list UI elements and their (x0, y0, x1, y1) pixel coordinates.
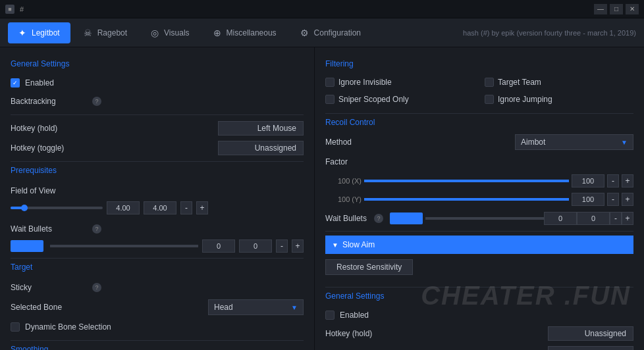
recoil-method-dropdown[interactable]: Aimbot ▼ (515, 134, 633, 150)
dynamic-bone-checkbox[interactable] (11, 322, 20, 332)
factor-y-value: 100 (572, 193, 604, 206)
sticky-row: Sticky ? (11, 278, 304, 297)
fov-plus-btn[interactable]: + (196, 201, 208, 214)
right-hotkey-toggle-row: Hotkey (toggle) Unassigned (325, 344, 633, 350)
recoil-factor-label-row: Factor (325, 153, 633, 170)
tab-ragebot[interactable]: ☠ Ragebot (73, 22, 138, 43)
factor-y-minus[interactable]: - (607, 193, 619, 206)
divider2 (11, 161, 304, 162)
wait-bullets-value: 0 (202, 239, 235, 253)
left-panel: General Settings ✓ Enabled Backtracking … (0, 47, 315, 350)
hotkey-toggle-label: Hotkey (toggle) (11, 143, 90, 153)
selected-bone-label: Selected Bone (11, 303, 90, 312)
factor-x-value: 100 (572, 174, 604, 188)
main-content: General Settings ✓ Enabled Backtracking … (0, 47, 644, 350)
right-wait-bullets-track (425, 217, 544, 220)
factor-y-row: 100 (Y) 100 - + (325, 191, 633, 207)
fov-slider-track-container (11, 207, 103, 209)
target-team-checkbox[interactable] (485, 78, 494, 87)
divider1 (11, 114, 304, 115)
right-hotkey-hold-value[interactable]: Unassigned (548, 326, 633, 341)
ignore-invisible-item: Ignore Invisible (325, 75, 474, 89)
slow-aim-header[interactable]: ▼ Slow Aim (325, 236, 633, 254)
dynamic-bone-row: Dynamic Bone Selection (11, 318, 304, 336)
tab-configuration[interactable]: ⚙ Configuration (290, 22, 371, 43)
wait-bullets-label-row: Wait Bullets ? (11, 220, 304, 238)
right-wait-bullets-help[interactable]: ? (374, 214, 383, 223)
factor-x-fill (364, 180, 569, 182)
wait-bullets-minus-btn[interactable]: - (276, 239, 288, 253)
ignore-jumping-item: Ignore Jumping (485, 92, 633, 107)
ignore-jumping-label: Ignore Jumping (498, 95, 552, 104)
filter-grid: Ignore Invisible Target Team Sniper Scop… (325, 75, 633, 107)
hotkey-hold-row: Hotkey (hold) Left Mouse (11, 119, 304, 138)
factor-x-row: 100 (X) 100 - + (325, 173, 633, 189)
wait-bullets-plus-btn[interactable]: + (292, 239, 304, 253)
right-wait-bullets-row: Wait Bullets ? 0 0 - + (325, 210, 633, 227)
factor-y-plus[interactable]: + (622, 193, 633, 206)
smoothing-title: Smoothing (11, 345, 304, 350)
ragebot-icon: ☠ (84, 28, 92, 38)
tab-legitbot[interactable]: ✦ Legitbot (8, 22, 70, 43)
restore-sensitivity-container: Restore Sensitivity (325, 259, 633, 282)
tab-miscellaneous[interactable]: ⊕ Miscellaneous (203, 22, 287, 43)
ignore-invisible-checkbox[interactable] (325, 78, 335, 87)
factor-x-label: 100 (X) (325, 177, 362, 185)
fov-value: 4.00 (107, 201, 140, 214)
target-title: Target (11, 262, 304, 272)
fov-slider-thumb[interactable] (21, 205, 28, 211)
title-bar-text: # (20, 5, 589, 13)
divider3 (11, 258, 304, 259)
sniper-scoped-checkbox[interactable] (325, 95, 335, 104)
right-panel: Filtering Ignore Invisible Target Team S… (315, 47, 644, 350)
backtracking-help-icon[interactable]: ? (92, 97, 101, 106)
hotkey-hold-value[interactable]: Left Mouse (218, 121, 304, 136)
selected-bone-arrow: ▼ (291, 304, 298, 311)
right-enabled-label: Enabled (340, 311, 369, 320)
fov-slider-track (11, 207, 103, 209)
selected-bone-row: Selected Bone Head ▼ (11, 298, 304, 316)
right-wait-plus[interactable]: + (622, 212, 633, 225)
right-wait-bullets-val2: 0 (577, 212, 610, 225)
enabled-label: Enabled (25, 78, 54, 88)
dynamic-bone-label: Dynamic Bone Selection (25, 322, 111, 332)
wait-bullets-help-icon[interactable]: ? (92, 224, 101, 234)
general-settings-title2: General Settings (325, 291, 633, 301)
divider4 (11, 340, 304, 341)
ignore-jumping-checkbox[interactable] (485, 95, 494, 104)
wait-bullets-label: Wait Bullets (11, 224, 90, 234)
fov-label: Field of View (11, 186, 90, 195)
factor-x-minus[interactable]: - (607, 174, 619, 188)
hotkey-toggle-value[interactable]: Unassigned (218, 141, 304, 155)
factor-x-track (364, 180, 569, 182)
right-enabled-checkbox[interactable] (325, 311, 335, 320)
restore-sensitivity-button[interactable]: Restore Sensitivity (325, 259, 413, 275)
right-wait-bullets-val: 0 (544, 212, 577, 225)
enabled-checkbox[interactable]: ✓ (11, 78, 20, 88)
right-hotkey-toggle-value[interactable]: Unassigned (548, 346, 633, 350)
window-controls: — □ ✕ (594, 4, 639, 14)
filtering-title: Filtering (325, 59, 633, 68)
factor-x-plus[interactable]: + (622, 174, 633, 188)
selected-bone-value: Head (214, 303, 233, 312)
hotkey-toggle-row: Hotkey (toggle) Unassigned (11, 139, 304, 157)
right-wait-minus[interactable]: - (610, 212, 622, 225)
fov-minus-btn[interactable]: - (180, 201, 192, 214)
misc-icon: ⊕ (213, 28, 221, 38)
tab-visuals[interactable]: ◎ Visuals (140, 22, 200, 43)
sniper-scoped-item: Sniper Scoped Only (325, 92, 474, 107)
fov-slider-row: 4.00 4.00 - + (11, 201, 304, 214)
right-hotkey-hold-label: Hotkey (hold) (325, 329, 404, 338)
recoil-control-title: Recoil Control (325, 118, 633, 127)
divider-r2 (325, 231, 633, 232)
sticky-help-icon[interactable]: ? (92, 283, 101, 292)
maximize-button[interactable]: □ (610, 4, 623, 14)
close-button[interactable]: ✕ (626, 4, 639, 14)
minimize-button[interactable]: — (594, 4, 607, 14)
prerequisites-title: Prerequisites (11, 166, 304, 175)
right-wait-bullets-label: Wait Bullets (325, 214, 371, 223)
general-settings-title: General Settings (11, 59, 304, 68)
selected-bone-dropdown[interactable]: Head ▼ (208, 299, 304, 315)
hotkey-hold-label: Hotkey (hold) (11, 124, 90, 133)
right-hotkey-hold-row: Hotkey (hold) Unassigned (325, 324, 633, 343)
